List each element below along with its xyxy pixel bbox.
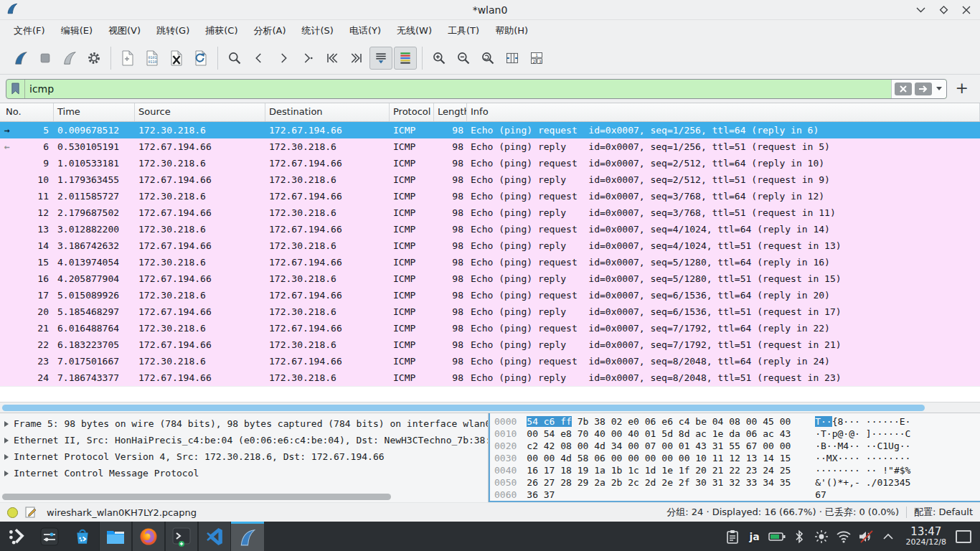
column-header-info[interactable]: Info	[467, 103, 980, 121]
zoom-in-button[interactable]	[428, 47, 451, 70]
expand-chevron-icon[interactable]	[4, 471, 9, 476]
packet-row-11[interactable]: 112.011585727172.30.218.6172.67.194.66IC…	[0, 188, 980, 204]
input-method-indicator[interactable]: ja	[746, 528, 763, 545]
resize-123-button[interactable]: 123	[525, 47, 548, 70]
task-firefox[interactable]	[132, 522, 165, 551]
display-filter-input[interactable]	[25, 83, 891, 95]
hex-row-0010[interactable]: 001000 54 e8 70 40 00 40 015d 8d ac 1e d…	[494, 428, 980, 441]
expand-chevron-icon[interactable]	[4, 421, 9, 427]
battery-icon[interactable]	[768, 528, 786, 545]
colorize-button[interactable]	[394, 47, 417, 70]
apply-filter-button[interactable]	[915, 83, 932, 95]
expand-chevron-icon[interactable]	[4, 454, 9, 460]
first-packet-button[interactable]	[321, 47, 344, 70]
close-button[interactable]	[961, 5, 971, 15]
packet-list-hscrollbar[interactable]	[0, 402, 980, 413]
clear-filter-button[interactable]	[895, 83, 912, 95]
hex-row-0000[interactable]: 000054 c6 ff 7b 38 02 e0 06e6 c4 be 04 0…	[494, 416, 980, 428]
packet-row-23[interactable]: 237.017501667172.30.218.6172.67.194.66IC…	[0, 353, 980, 369]
column-header-protocol[interactable]: Protocol	[390, 103, 434, 121]
auto-scroll-button[interactable]	[369, 47, 392, 70]
save-file-button[interactable]: 01010110	[141, 47, 164, 70]
packet-row-17[interactable]: 175.015089926172.30.218.6172.67.194.66IC…	[0, 287, 980, 303]
stop-capture-button[interactable]	[34, 47, 57, 70]
menu-wireless[interactable]: 无线(W)	[390, 22, 438, 40]
show-desktop-button[interactable]	[956, 530, 971, 543]
expand-tray-icon[interactable]	[880, 528, 897, 545]
packet-row-6[interactable]: ←60.530105191172.67.194.66172.30.218.6IC…	[0, 138, 980, 155]
zoom-out-button[interactable]	[452, 47, 475, 70]
hex-row-0030[interactable]: 003000 00 4d 58 06 00 00 0000 00 10 11 1…	[494, 453, 980, 465]
menu-go[interactable]: 跳转(G)	[150, 22, 196, 40]
menu-help[interactable]: 帮助(H)	[489, 22, 534, 40]
packet-row-24[interactable]: 247.186743377172.67.194.66172.30.218.6IC…	[0, 369, 980, 386]
column-header-source[interactable]: Source	[135, 103, 265, 121]
volume-muted-icon[interactable]	[857, 528, 875, 545]
bluetooth-icon[interactable]	[791, 528, 808, 545]
column-header-length[interactable]: Length	[434, 103, 467, 121]
minimize-button[interactable]	[915, 5, 925, 15]
column-header-time[interactable]: Time	[54, 103, 135, 121]
zoom-reset-button[interactable]	[476, 47, 499, 70]
start-capture-button[interactable]	[9, 47, 32, 70]
column-header-destination[interactable]: Destination	[265, 103, 390, 121]
hex-row-0050[interactable]: 005026 27 28 29 2a 2b 2c 2d2e 2f 30 31 3…	[494, 477, 980, 489]
packet-row-16[interactable]: 164.205877904172.67.194.66172.30.218.6IC…	[0, 270, 980, 287]
menu-telephony[interactable]: 电话(Y)	[343, 22, 387, 40]
find-packet-button[interactable]	[223, 47, 246, 70]
menu-view[interactable]: 视图(V)	[102, 22, 147, 40]
packet-row-13[interactable]: 133.012882200172.30.218.6172.67.194.66IC…	[0, 221, 980, 237]
go-to-packet-button[interactable]	[296, 47, 319, 70]
wifi-icon[interactable]	[835, 528, 852, 545]
go-back-button[interactable]	[248, 47, 270, 70]
menu-file[interactable]: 文件(F)	[7, 22, 52, 40]
column-header-no[interactable]: No.	[0, 103, 54, 121]
menu-analyze[interactable]: 分析(A)	[247, 22, 292, 40]
menu-capture[interactable]: 捕获(C)	[199, 22, 244, 40]
packet-row-9[interactable]: 91.010533181172.30.218.6172.67.194.66ICM…	[0, 155, 980, 171]
detail-line-2[interactable]: Internet Protocol Version 4, Src: 172.30…	[0, 448, 488, 465]
filter-bookmark-icon[interactable]	[6, 80, 25, 98]
packet-row-20[interactable]: 205.185468297172.67.194.66172.30.218.6IC…	[0, 303, 980, 320]
brightness-icon[interactable]	[813, 528, 830, 545]
maximize-button[interactable]	[938, 5, 948, 15]
clipboard-icon[interactable]	[724, 528, 741, 545]
open-file-button[interactable]	[116, 47, 139, 70]
task-file-manager[interactable]	[99, 522, 132, 551]
system-settings-button[interactable]	[33, 522, 66, 551]
clock[interactable]: 13:472024/12/8	[906, 526, 946, 547]
packet-row-12[interactable]: 122.179687502172.67.194.66172.30.218.6IC…	[0, 204, 980, 221]
discover-button[interactable]	[66, 522, 99, 551]
packet-row-5[interactable]: →50.009678512172.30.218.6172.67.194.66IC…	[0, 122, 980, 138]
hex-row-0040[interactable]: 004016 17 18 19 1a 1b 1c 1d1e 1f 20 21 2…	[494, 465, 980, 477]
hex-row-0020[interactable]: 0020c2 42 08 00 4d 34 00 0700 01 43 31 5…	[494, 441, 980, 453]
details-hscrollbar-thumb[interactable]	[2, 494, 391, 500]
last-packet-button[interactable]	[345, 47, 368, 70]
packet-row-22[interactable]: 226.183223705172.67.194.66172.30.218.6IC…	[0, 336, 980, 353]
go-forward-button[interactable]	[272, 47, 295, 70]
expand-chevron-icon[interactable]	[4, 438, 9, 443]
detail-line-1[interactable]: Ethernet II, Src: HonHaiPrecis_c4:be:04 …	[0, 432, 488, 448]
hex-row-0060[interactable]: 006036 37 67	[494, 489, 980, 501]
restart-capture-button[interactable]	[58, 47, 81, 70]
packet-row-10[interactable]: 101.179363455172.67.194.66172.30.218.6IC…	[0, 171, 980, 188]
reload-file-button[interactable]	[189, 47, 212, 70]
menu-statistics[interactable]: 统计(S)	[296, 22, 340, 40]
app-launcher-button[interactable]	[0, 522, 33, 551]
titlebar[interactable]: *wlan0	[0, 0, 980, 20]
menu-edit[interactable]: 编辑(E)	[55, 22, 99, 40]
hscrollbar-thumb[interactable]	[2, 405, 925, 411]
menu-tools[interactable]: 工具(T)	[441, 22, 486, 40]
packet-row-14[interactable]: 143.186742632172.67.194.66172.30.218.6IC…	[0, 237, 980, 254]
capture-options-button[interactable]	[83, 47, 105, 70]
detail-line-0[interactable]: Frame 5: 98 bytes on wire (784 bits), 98…	[0, 415, 488, 432]
task-terminal[interactable]	[165, 522, 198, 551]
resize-columns-button[interactable]	[501, 47, 524, 70]
capture-comment-icon[interactable]	[25, 507, 37, 518]
detail-line-3[interactable]: Internet Control Message Protocol	[0, 465, 488, 481]
packet-row-21[interactable]: 216.016488764172.30.218.6172.67.194.66IC…	[0, 320, 980, 336]
task-wireshark[interactable]	[231, 522, 264, 551]
profile-selector[interactable]: 配置: Default	[914, 506, 973, 519]
task-vscode[interactable]	[198, 522, 231, 551]
packet-row-15[interactable]: 154.013974054172.30.218.6172.67.194.66IC…	[0, 254, 980, 270]
